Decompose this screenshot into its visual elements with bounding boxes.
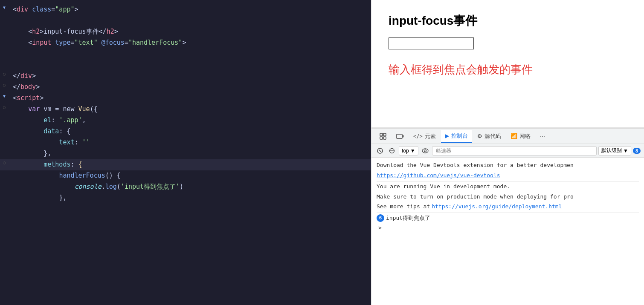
console-line: You are running Vue in development mode. <box>377 182 639 191</box>
svg-rect-0 <box>380 133 383 136</box>
browser-panel: input-focus事件 输入框得到焦点会触发的事件 <box>371 0 644 305</box>
devtools-toolbar: top ▼ 默认级别 ▼ 8 <box>371 144 644 158</box>
svg-point-11 <box>424 150 426 152</box>
console-tab-label: 控制台 <box>451 132 468 140</box>
console-output: Download the Vue Devtools extension for … <box>371 158 644 305</box>
eye-filter-button[interactable] <box>420 146 430 156</box>
block-button[interactable] <box>387 146 397 156</box>
tab-elements[interactable]: </> 元素 <box>409 130 440 143</box>
console-text: See more tips at <box>377 202 430 211</box>
code-line: ○ </div> <box>0 71 371 82</box>
devtools-inspect-btn[interactable] <box>375 130 391 143</box>
console-divider <box>377 181 639 181</box>
log-level-label: 默认级别 <box>601 147 622 154</box>
gutter-circle: ○ <box>0 71 9 78</box>
focus-message: 输入框得到焦点会触发的事件 <box>389 62 627 77</box>
console-text: Make sure to turn on production mode whe… <box>377 193 574 201</box>
code-line: text: '' <box>0 137 371 148</box>
console-filter-input[interactable] <box>432 146 597 155</box>
gutter-circle: ○ <box>0 104 9 111</box>
svg-point-10 <box>422 149 428 153</box>
console-line: https://github.com/vuejs/vue-devtools <box>377 171 639 180</box>
code-line: ▼ <div class="app"> <box>0 4 371 15</box>
sources-tab-icon: ⚙ <box>477 133 482 139</box>
gutter-arrow: ▼ <box>0 4 9 11</box>
console-tab-icon: ▶ <box>445 133 449 139</box>
console-caret-line: > <box>377 224 639 232</box>
code-editor: ▼ <div class="app"> <h2>input-focus事件</h… <box>0 0 371 305</box>
message-badge: 6 <box>377 214 384 222</box>
network-tab-label: 网络 <box>519 132 531 140</box>
code-line: handlerFocus() { <box>0 170 371 181</box>
code-line: }, <box>0 148 371 159</box>
context-arrow: ▼ <box>410 148 415 154</box>
tab-console[interactable]: ▶ 控制台 <box>441 130 472 143</box>
code-line: ▼ <script> <box>0 93 371 104</box>
console-text: You are running Vue in development mode. <box>377 182 510 191</box>
code-line <box>0 15 371 26</box>
code-line: data: { <box>0 126 371 137</box>
network-tab-icon: 📶 <box>511 133 517 139</box>
context-dropdown[interactable]: top ▼ <box>399 146 418 155</box>
code-line: <h2>input-focus事件</h2> <box>0 26 371 37</box>
vue-devtools-link[interactable]: https://github.com/vuejs/vue-devtools <box>377 171 500 180</box>
console-divider <box>377 213 639 213</box>
console-line: Download the Vue Devtools extension for … <box>377 161 639 170</box>
devtools-panel: </> 元素 ▶ 控制台 ⚙ 源代码 📶 网络 ⋯ <box>371 128 644 305</box>
tab-more[interactable]: ⋯ <box>536 130 549 143</box>
tab-network[interactable]: 📶 网络 <box>506 130 535 143</box>
clear-console-button[interactable] <box>375 146 385 156</box>
devtools-tabs: </> 元素 ▶ 控制台 ⚙ 源代码 📶 网络 ⋯ <box>371 129 644 144</box>
sources-tab-label: 源代码 <box>484 132 501 140</box>
page-preview: input-focus事件 输入框得到焦点会触发的事件 <box>371 0 644 128</box>
vue-guide-link[interactable]: https://vuejs.org/guide/deployment.html <box>432 202 562 211</box>
focus-input[interactable] <box>389 37 474 49</box>
svg-rect-3 <box>383 137 386 139</box>
elements-tab-label: 元素 <box>425 132 436 140</box>
devtools-responsive-btn[interactable] <box>392 130 408 143</box>
page-title: input-focus事件 <box>389 13 627 29</box>
code-line: ○ var vm = new Vue({ <box>0 104 371 115</box>
svg-rect-4 <box>397 134 402 138</box>
code-line: }, <box>0 193 371 204</box>
svg-line-7 <box>379 150 381 152</box>
svg-rect-1 <box>383 133 386 136</box>
console-caret: > <box>378 224 382 232</box>
log-level-dropdown[interactable]: 默认级别 ▼ <box>598 146 631 155</box>
code-line <box>0 60 371 71</box>
code-line: console.log('input得到焦点了') <box>0 181 371 193</box>
code-line: el: '.app', <box>0 115 371 126</box>
code-line: <input type="text" @focus="handlerFocus"… <box>0 37 371 49</box>
code-line: ○ </body> <box>0 82 371 93</box>
console-line: Make sure to turn on production mode whe… <box>377 193 639 201</box>
log-level-arrow: ▼ <box>623 148 628 154</box>
elements-tab-icon: </> <box>413 133 423 139</box>
tab-sources[interactable]: ⚙ 源代码 <box>473 130 505 143</box>
console-line: See more tips at https://vuejs.org/guide… <box>377 202 639 211</box>
code-line: ○ methods: { <box>0 159 371 170</box>
gutter-circle: ○ <box>0 159 9 166</box>
gutter-arrow: ▼ <box>0 93 9 100</box>
message-count-badge: 8 <box>633 148 641 154</box>
focus-log-text: input得到焦点了 <box>386 214 430 222</box>
context-label: top <box>402 148 409 154</box>
gutter-circle: ○ <box>0 82 9 89</box>
code-line <box>0 49 371 60</box>
svg-rect-5 <box>403 135 403 137</box>
console-text: Download the Vue Devtools extension for … <box>377 161 574 170</box>
svg-rect-2 <box>380 137 383 139</box>
console-focus-line: 6 input得到焦点了 <box>377 214 639 222</box>
